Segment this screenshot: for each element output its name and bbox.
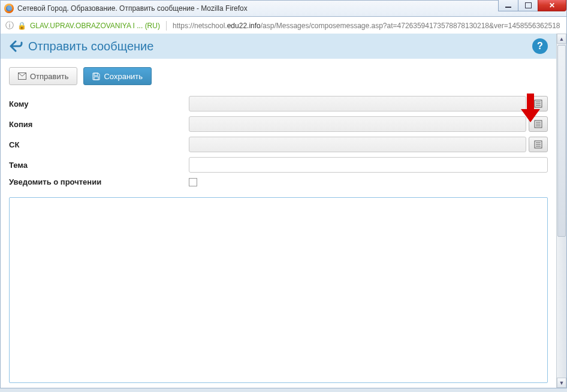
info-icon: ⓘ: [5, 20, 14, 31]
url-prefix: https://netschool.: [173, 22, 227, 30]
read-receipt-label: Уведомить о прочтении: [9, 177, 189, 186]
address-book-icon: [534, 120, 542, 128]
send-button[interactable]: Отправить: [9, 67, 77, 85]
site-identity: GLAV.UPRAV.OBRAZOVANIYA I ... (RU): [30, 22, 160, 30]
address-book-icon: [534, 99, 542, 108]
window-minimize-button[interactable]: [498, 0, 518, 11]
copy-label: Копия: [9, 120, 189, 129]
to-label: Кому: [9, 99, 189, 108]
send-label: Отправить: [30, 72, 68, 81]
envelope-icon: [18, 73, 26, 80]
window-title: Сетевой Город. Образование. Отправить со…: [17, 4, 248, 13]
firefox-icon: [4, 4, 14, 13]
back-arrow-icon[interactable]: [9, 39, 25, 53]
scroll-down-button[interactable]: ▼: [557, 378, 566, 388]
window-maximize-button[interactable]: [518, 0, 538, 11]
bcc-label: СК: [9, 140, 189, 149]
lock-icon: 🔒: [17, 22, 26, 30]
read-receipt-checkbox[interactable]: [189, 178, 197, 186]
toolbar: Отправить Сохранить: [9, 67, 548, 85]
svg-rect-2: [94, 77, 98, 80]
message-body-textarea[interactable]: [9, 197, 548, 383]
page-header: Отправить сообщение ?: [1, 34, 556, 59]
svg-rect-1: [94, 73, 98, 76]
window-close-button[interactable]: [538, 0, 566, 11]
url-domain: edu22.info: [227, 22, 261, 30]
subject-label: Тема: [9, 161, 189, 170]
to-picker-button[interactable]: [529, 96, 548, 111]
save-icon: [92, 73, 100, 80]
window-titlebar: Сетевой Город. Образование. Отправить со…: [0, 0, 567, 17]
url-path: /asp/Messages/composemessage.asp?at=4726…: [261, 22, 560, 30]
address-bar[interactable]: ⓘ 🔒 GLAV.UPRAV.OBRAZOVANIYA I ... (RU) h…: [0, 17, 567, 34]
bcc-picker-button[interactable]: [529, 137, 548, 152]
to-input[interactable]: [189, 96, 526, 111]
scroll-thumb[interactable]: [557, 45, 566, 237]
copy-picker-button[interactable]: [529, 116, 548, 132]
url-text: https://netschool.edu22.info/asp/Message…: [173, 22, 562, 30]
bcc-input[interactable]: [189, 137, 526, 152]
separator: [166, 21, 167, 31]
subject-input[interactable]: [189, 157, 548, 173]
save-button[interactable]: Сохранить: [83, 67, 152, 85]
scroll-track[interactable]: [557, 44, 566, 378]
scroll-up-button[interactable]: ▲: [557, 34, 566, 44]
copy-input[interactable]: [189, 116, 526, 132]
help-icon[interactable]: ?: [532, 38, 548, 54]
address-book-icon: [534, 140, 542, 149]
page-title: Отправить сообщение: [28, 40, 153, 53]
vertical-scrollbar[interactable]: ▲ ▼: [556, 34, 566, 388]
page-viewport: Отправить сообщение ? Отправить: [0, 34, 567, 388]
save-label: Сохранить: [104, 72, 143, 81]
